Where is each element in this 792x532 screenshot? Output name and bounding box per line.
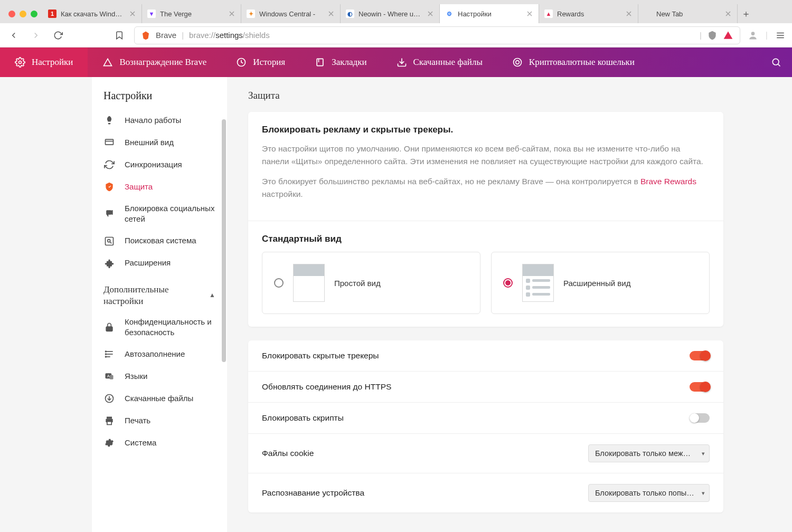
bookmark-button[interactable] (112, 28, 127, 43)
autofill-icon (103, 348, 115, 360)
row-label-cookies: Файлы cookie (262, 449, 314, 458)
toggle-https-upgrade[interactable] (690, 382, 710, 392)
tab-close-icon[interactable] (625, 10, 633, 17)
browser-tab[interactable]: ✦ Windows Central - (241, 4, 341, 23)
browser-tab[interactable]: ◐ Neowin - Where unprofe (341, 4, 440, 23)
new-tab-button[interactable]: ＋ (738, 5, 755, 22)
tab-close-icon[interactable] (327, 10, 335, 17)
tab-close-icon[interactable] (526, 10, 533, 17)
svg-point-15 (751, 32, 755, 35)
svg-rect-22 (317, 59, 323, 65)
settings-search-button[interactable] (760, 48, 792, 77)
address-origin: Brave (156, 31, 176, 40)
tab-favicon: 1 (48, 10, 56, 18)
tab-strip: 1 Как скачать Windows ▼ The Verge ✦ Wind… (0, 4, 792, 23)
svg-rect-46 (107, 417, 112, 419)
settings-main: Защита Блокировать рекламу и скрытые тре… (227, 77, 792, 532)
select-fingerprint[interactable]: Блокировать только попытки (588, 484, 710, 502)
browser-tab[interactable]: ▼ The Verge (142, 4, 241, 23)
topnav-item-download[interactable]: Скачанные файлы (382, 48, 497, 77)
topnav-item-wallet[interactable]: Криптовалютные кошельки (497, 48, 649, 77)
tab-favicon: ▼ (147, 10, 156, 18)
sidebar-advanced-section[interactable]: Дополнительные настройки ▲ (92, 274, 227, 311)
browser-toolbar: Brave | brave://settings/shields | | (0, 23, 792, 48)
select-cookies[interactable]: Блокировать только межсайтовые (588, 444, 710, 462)
sidebar-item-search[interactable]: Поисковая система (92, 230, 227, 252)
sync-icon (103, 159, 115, 170)
radio-simple[interactable] (274, 278, 284, 288)
browser-tab[interactable]: New Tab (638, 4, 738, 23)
download2-icon (103, 393, 115, 404)
radio-advanced[interactable] (503, 278, 513, 288)
view-option-advanced[interactable]: Расширенный вид (491, 252, 710, 314)
view-option-simple[interactable]: Простой вид (262, 252, 480, 314)
svg-rect-43 (110, 375, 114, 379)
toggle-label-https: Обновлять соединения до HTTPS (262, 382, 391, 392)
bat-icon[interactable] (723, 30, 733, 41)
sidebar-item-print[interactable]: Печать (92, 410, 227, 432)
tab-title: Rewards (557, 10, 621, 18)
back-button[interactable] (6, 28, 21, 43)
sidebar-item-appearance[interactable]: Внешний вид (92, 131, 227, 154)
reload-button[interactable] (51, 28, 65, 43)
sidebar-item-autofill[interactable]: Автозаполнение (92, 343, 227, 365)
tab-title: The Verge (160, 10, 224, 18)
gear2-icon (103, 437, 115, 449)
tab-close-icon[interactable] (129, 10, 136, 17)
svg-marker-20 (104, 59, 112, 65)
tab-close-icon[interactable] (427, 10, 434, 17)
sidebar-item-sync[interactable]: Синхронизация (92, 154, 227, 176)
browser-tab[interactable]: ⚙ Настройки (440, 4, 539, 23)
tab-close-icon[interactable] (228, 10, 235, 17)
topnav-item-bat[interactable]: Вознаграждение Brave (88, 48, 221, 77)
gear-icon (15, 57, 25, 68)
tab-favicon: ▲ (544, 10, 553, 18)
svg-point-39 (106, 354, 107, 355)
extension-icon (103, 258, 115, 269)
browser-tab[interactable]: ▲ Rewards (539, 4, 638, 23)
svg-rect-34 (106, 327, 112, 331)
chevron-up-icon: ▲ (209, 291, 215, 300)
tab-title: New Tab (656, 10, 720, 18)
shields-description-1: Это настройки щитов по умолчанию. Они пр… (262, 142, 710, 168)
tab-close-icon[interactable] (724, 10, 732, 17)
svg-marker-14 (724, 31, 733, 39)
sidebar-scrollbar[interactable] (221, 77, 227, 532)
minimize-window-button[interactable] (20, 11, 26, 17)
shields-icon[interactable] (707, 30, 718, 41)
brave-rewards-link[interactable]: Brave Rewards (640, 177, 696, 186)
svg-point-27 (772, 59, 779, 65)
page-heading: Защита (248, 90, 723, 101)
maximize-window-button[interactable] (31, 11, 37, 17)
row-label-fingerprint: Распознавание устройства (262, 488, 364, 498)
svg-point-26 (515, 61, 519, 64)
sidebar-item-gear2[interactable]: Система (92, 432, 227, 454)
profile-icon[interactable] (748, 30, 758, 41)
address-bar[interactable]: Brave | brave://settings/shields | (134, 26, 740, 44)
brave-lion-icon (141, 31, 150, 40)
svg-line-28 (778, 64, 780, 66)
settings-top-nav: НастройкиВознаграждение BraveИсторияЗакл… (0, 48, 792, 77)
forward-button[interactable] (29, 28, 43, 43)
toggle-block-scripts[interactable] (690, 413, 710, 423)
sidebar-title: Настройки (92, 90, 227, 109)
sidebar-item-lock[interactable]: Конфиденциальность и безопасность (92, 311, 227, 344)
sidebar-item-shield[interactable]: Защита (92, 176, 227, 198)
topnav-item-history[interactable]: История (221, 48, 300, 77)
sidebar-item-rocket[interactable]: Начало работы (92, 109, 227, 131)
history-icon (236, 57, 247, 68)
tab-title: Neowin - Where unprofe (359, 10, 422, 18)
svg-point-40 (106, 356, 107, 357)
close-window-button[interactable] (8, 11, 15, 17)
sidebar-item-thumbdown[interactable]: Блокировка социальных сетей (92, 198, 227, 230)
svg-line-33 (110, 242, 112, 243)
sidebar-item-download2[interactable]: Скачанные файлы (92, 387, 227, 410)
browser-tab[interactable]: 1 Как скачать Windows (43, 4, 142, 23)
sidebar-item-extension[interactable]: Расширения (92, 252, 227, 274)
topnav-item-bookmark[interactable]: Закладки (300, 48, 381, 77)
tab-title: Настройки (458, 10, 522, 18)
topnav-item-gear[interactable]: Настройки (0, 48, 88, 77)
toggle-block-trackers[interactable] (690, 351, 710, 360)
sidebar-item-lang[interactable]: AЯзыки (92, 365, 227, 387)
main-menu-button[interactable] (775, 30, 786, 41)
